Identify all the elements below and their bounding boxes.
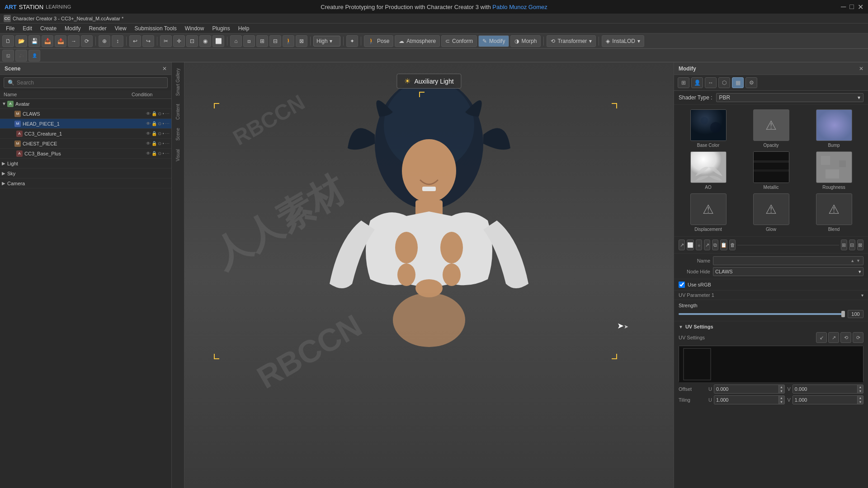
viewport[interactable]: RBCCN 人人素材 RBCCN [184, 62, 674, 488]
refresh-btn[interactable]: ⟳ [81, 35, 93, 47]
tex-action-delete[interactable]: 🗑 [729, 239, 736, 250]
bone-btn[interactable]: ⊠ [296, 35, 307, 47]
menu-render[interactable]: Render [85, 24, 110, 33]
search-input[interactable] [17, 80, 164, 86]
snap2-btn[interactable]: ◉ [199, 35, 211, 47]
offset-u-down-icon[interactable]: ▼ [779, 389, 784, 393]
tex-action-copy[interactable]: ⧉ [712, 239, 718, 250]
tree-item-avatar[interactable]: ▼ A Avatar [0, 99, 171, 109]
menu-modify[interactable]: Modify [61, 24, 84, 33]
undo-btn[interactable]: ↩ [129, 35, 141, 47]
pivot-btn[interactable]: ✛ [173, 35, 185, 47]
uv-btn-4[interactable]: ⟳ [853, 332, 863, 343]
pose-btn[interactable]: 🚶 Pose [364, 35, 393, 47]
tree-item-base-plus[interactable]: A CC3_Base_Plus 👁 🔒 ⊙ • ⋯ [0, 149, 171, 159]
light-btn[interactable]: ✦ [346, 35, 358, 47]
texture-roughness[interactable]: Roughness [804, 151, 863, 190]
offset-u-up-icon[interactable]: ▲ [779, 385, 784, 389]
open-btn[interactable]: 📂 [15, 35, 27, 47]
grid2-btn[interactable]: ⊟ [269, 35, 281, 47]
tiling-u-down-icon[interactable]: ▼ [779, 400, 784, 404]
sidebar-tab-scene[interactable]: Scene [174, 124, 182, 144]
export-btn[interactable]: 📤 [55, 35, 66, 47]
name-down-icon[interactable]: ▼ [856, 258, 860, 263]
texture-opacity[interactable]: ⚠ Opacity [741, 109, 801, 148]
tree-item-creature[interactable]: A CC3_Creature_1 👁 🔒 ⊙ • ⋯ [0, 129, 171, 139]
modify-btn[interactable]: ✎ Modify [478, 35, 509, 47]
use-srgb-checkbox[interactable] [679, 282, 685, 288]
snap-btn[interactable]: ⊡ [186, 35, 198, 47]
tex-action-import[interactable]: ⬜ [687, 239, 694, 250]
tex-action-unlink[interactable]: ↗ [704, 239, 710, 250]
maximize-btn[interactable]: □ [849, 3, 854, 11]
texture-glow[interactable]: ⚠ Glow [741, 193, 801, 232]
tex-action-export[interactable]: ↗ [679, 239, 685, 250]
offset-v-input[interactable] [793, 385, 857, 393]
move-btn[interactable]: ↕ [112, 35, 123, 47]
search-bar[interactable]: 🔍 [4, 77, 168, 88]
new-btn[interactable]: 🗋 [2, 35, 14, 47]
view2-btn[interactable]: 🎥 [15, 50, 27, 61]
modify-tab-texture[interactable]: ▦ [732, 77, 744, 88]
tex-action-grid2[interactable]: ⊟ [849, 239, 855, 250]
instalod-btn[interactable]: ◈ InstaLOD ▾ [602, 35, 644, 47]
menu-create[interactable]: Create [37, 24, 60, 33]
uv-btn-2[interactable]: ↗ [828, 332, 839, 343]
sidebar-tab-visual[interactable]: Visual [174, 145, 182, 165]
home-btn[interactable]: ⌂ [230, 35, 242, 47]
redo-btn[interactable]: ↪ [142, 35, 154, 47]
menu-file[interactable]: File [2, 24, 18, 33]
view3-btn[interactable]: 👤 [28, 50, 40, 61]
menu-help[interactable]: Help [235, 24, 253, 33]
view1-btn[interactable]: ◱ [2, 50, 14, 61]
tree-item-sky[interactable]: ▶ Sky [0, 169, 171, 178]
tree-item-camera[interactable]: ▶ Camera [0, 178, 171, 188]
offset-v-up-icon[interactable]: ▲ [858, 385, 863, 389]
scene-close-icon[interactable]: ✕ [162, 66, 167, 72]
tree-item-head-piece[interactable]: M HEAD_PIECE_1 👁 🔒 ⊙ • ⋯ [0, 119, 171, 129]
modify-tab-material[interactable]: ⬡ [718, 77, 730, 88]
texture-blend[interactable]: ⚠ Blend [804, 193, 863, 232]
texture-ao[interactable]: AO [679, 151, 738, 190]
grid-btn[interactable]: ⊞ [256, 35, 268, 47]
minimize-btn[interactable]: ─ [841, 3, 846, 11]
offset-u-input[interactable] [714, 385, 778, 393]
aux-light-button[interactable]: ☀ Auxiliary Light [396, 74, 461, 89]
texture-metallic[interactable]: Metallic [741, 151, 801, 190]
offset-v-input-wrapper[interactable]: ▲ ▼ [793, 385, 863, 394]
offset-u-input-wrapper[interactable]: ▲ ▼ [714, 385, 785, 394]
menu-edit[interactable]: Edit [19, 24, 36, 33]
use-srgb-label[interactable]: Use sRGB [688, 282, 711, 287]
atmosphere-btn[interactable]: ☁ Atmosphere [395, 35, 440, 47]
sidebar-tab-content[interactable]: Content [174, 100, 182, 123]
morph-btn[interactable]: ◑ Morph [510, 35, 541, 47]
import-btn[interactable]: 📥 [42, 35, 53, 47]
menu-view[interactable]: View [111, 24, 130, 33]
modify-tab-transform[interactable]: ↔ [705, 77, 717, 88]
tex-action-paste[interactable]: 📋 [720, 239, 727, 250]
offset-v-down-icon[interactable]: ▼ [858, 389, 863, 393]
menu-submission-tools[interactable]: Submission Tools [131, 24, 180, 33]
sidebar-tab-smart-gallery[interactable]: Smart Gallery [174, 65, 182, 99]
save-btn[interactable]: 💾 [28, 35, 40, 47]
tiling-v-down-icon[interactable]: ▼ [858, 400, 863, 404]
tree-item-chest[interactable]: M CHEST_PIECE 👁 🔒 ⊙ • ⋯ [0, 139, 171, 149]
quality-dropdown[interactable]: High ▾ [313, 36, 340, 47]
name-up-icon[interactable]: ▲ [850, 258, 854, 263]
tex-action-grid[interactable]: ⊞ [841, 239, 847, 250]
modify-tab-person[interactable]: 👤 [691, 77, 703, 88]
modify-tab-layers[interactable]: ⊞ [678, 77, 689, 88]
tree-item-light[interactable]: ▶ Light [0, 159, 171, 169]
texture-bump[interactable]: Bump [804, 109, 863, 148]
uv-btn-1[interactable]: ↙ [816, 332, 827, 343]
cut-btn[interactable]: ✂ [160, 35, 172, 47]
modify-close-icon[interactable]: ✕ [859, 66, 863, 72]
name-field-input[interactable]: ▲ ▼ [713, 256, 863, 265]
char-btn[interactable]: 🚶 [283, 35, 294, 47]
tiling-u-input-wrapper[interactable]: ▲ ▼ [714, 395, 785, 404]
tree-item-claws[interactable]: M CLAWS 👁 🔒 ⊙ • ⋯ [0, 109, 171, 119]
select-btn[interactable]: ⊕ [99, 35, 110, 47]
tiling-u-input[interactable] [714, 396, 778, 404]
tiling-v-input[interactable] [793, 396, 857, 404]
frame-btn[interactable]: ⬜ [212, 35, 224, 47]
